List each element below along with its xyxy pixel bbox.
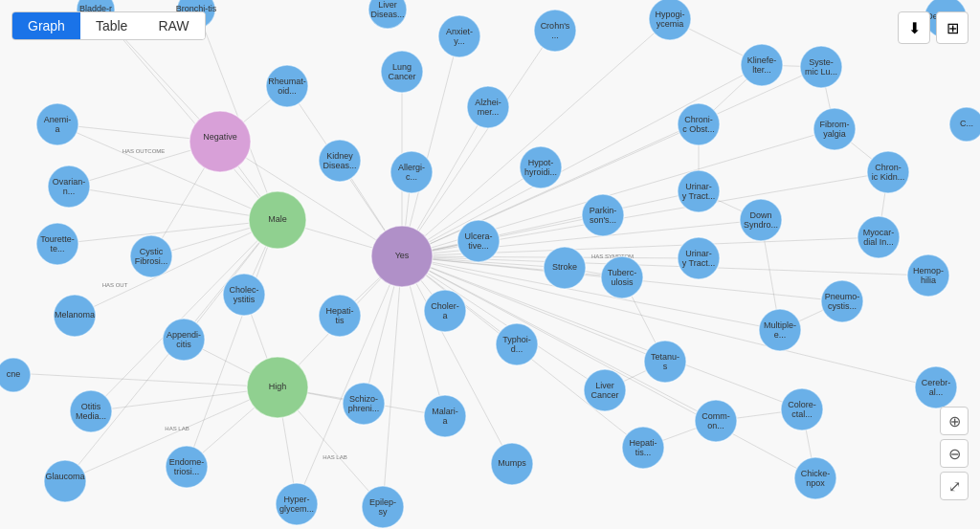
toolbar: Graph Table RAW [11, 11, 206, 40]
node-allergic[interactable] [390, 151, 433, 193]
node-crohns[interactable] [534, 10, 576, 52]
node-parkinsons[interactable] [582, 194, 624, 236]
node-epilepsy[interactable] [362, 486, 404, 528]
edge-label-has-out: HAS OUT [102, 282, 128, 288]
fit-button[interactable]: ⤢ [940, 472, 969, 500]
node-hypoglycemia[interactable] [649, 0, 691, 40]
node-mumps[interactable] [491, 443, 533, 485]
node-hepatitis[interactable] [319, 295, 361, 337]
svg-line-60 [220, 142, 402, 256]
graph-svg[interactable]: HAS OUTCOME HAS OUT HAS LAB HAS SYMPTOM … [0, 0, 980, 529]
layout-button[interactable]: ⊞ [936, 11, 969, 44]
node-tourette[interactable] [36, 223, 78, 265]
node-cystic[interactable] [130, 235, 172, 277]
node-appendicitis[interactable] [163, 319, 205, 361]
node-high[interactable] [247, 357, 308, 418]
node-cerebral[interactable] [915, 366, 957, 408]
nodes-group: Negative Male Yes High Rheumat- oid... L… [0, 0, 980, 528]
node-male[interactable] [249, 191, 306, 249]
node-chronic-kidn[interactable] [867, 151, 909, 193]
node-schizophrenia[interactable] [343, 383, 385, 425]
node-glaucoma[interactable] [44, 460, 86, 502]
node-hyperglycemia[interactable] [276, 483, 318, 525]
zoom-out-button[interactable]: ⊖ [940, 439, 969, 468]
node-fibromyalgia[interactable] [813, 108, 856, 150]
node-malaria[interactable] [424, 395, 466, 437]
node-ovarian[interactable] [48, 165, 90, 208]
node-pneumo[interactable] [821, 280, 863, 322]
svg-line-30 [402, 19, 670, 256]
svg-line-43 [57, 220, 278, 244]
node-lung-cancer[interactable] [381, 51, 423, 93]
node-right-edge[interactable] [949, 107, 980, 142]
node-colorectal[interactable] [781, 388, 823, 430]
node-cholecystitis[interactable] [223, 274, 265, 316]
svg-line-38 [402, 65, 762, 256]
edge-label-has-lab: HAS LAB [165, 426, 189, 431]
node-tetanus[interactable] [644, 341, 686, 383]
node-anemia[interactable] [36, 103, 78, 145]
edge-label-has-lab2: HAS LAB [323, 454, 346, 460]
zoom-in-button[interactable]: ⊕ [940, 407, 969, 435]
svg-line-20 [402, 191, 699, 256]
tab-table[interactable]: Table [80, 12, 143, 39]
node-otitis[interactable] [70, 390, 112, 432]
edge-label-has-outcome: HAS OUTCOME [122, 148, 166, 154]
node-melanoma[interactable] [54, 295, 96, 337]
graph-container: Graph Table RAW ⬇ ⊞ [0, 0, 980, 529]
node-klinefelter[interactable] [741, 44, 783, 86]
node-anxiety[interactable] [438, 15, 480, 57]
node-common[interactable] [695, 400, 737, 442]
node-negative[interactable] [189, 111, 251, 172]
node-multiple[interactable] [759, 309, 801, 351]
node-hypothyroid[interactable] [520, 146, 562, 188]
node-kidney[interactable] [319, 140, 361, 182]
node-liver-dis[interactable] [368, 0, 407, 29]
node-hemophilia[interactable] [907, 254, 949, 297]
node-tuberculosis[interactable] [601, 256, 643, 298]
node-rheumatoid[interactable] [266, 65, 308, 107]
node-endometriosis[interactable] [166, 446, 208, 488]
tab-raw[interactable]: RAW [143, 12, 204, 39]
node-acne[interactable] [0, 358, 31, 392]
top-right-buttons: ⬇ ⊞ [898, 11, 969, 44]
node-cholera[interactable] [424, 290, 466, 332]
tab-graph[interactable]: Graph [12, 12, 80, 39]
zoom-controls: ⊕ ⊖ ⤢ [940, 407, 969, 500]
node-chronic-obst[interactable] [678, 103, 720, 145]
node-myocardial[interactable] [858, 216, 900, 258]
node-yes[interactable] [371, 226, 433, 287]
node-systemic[interactable] [800, 46, 842, 88]
download-button[interactable]: ⬇ [898, 11, 930, 44]
node-hepatitis2[interactable] [622, 427, 664, 469]
node-urinary2[interactable] [678, 237, 720, 279]
svg-line-42 [69, 187, 278, 220]
node-ulcerative[interactable] [457, 220, 500, 262]
node-chickenpox[interactable] [794, 457, 836, 499]
svg-line-71 [13, 373, 278, 387]
node-stroke[interactable] [544, 247, 586, 289]
node-alzheimer[interactable] [467, 86, 509, 128]
node-down[interactable] [740, 199, 782, 241]
node-typhoid[interactable] [496, 323, 538, 365]
node-liver-cancer[interactable] [584, 369, 626, 411]
node-urinary1[interactable] [678, 170, 720, 212]
